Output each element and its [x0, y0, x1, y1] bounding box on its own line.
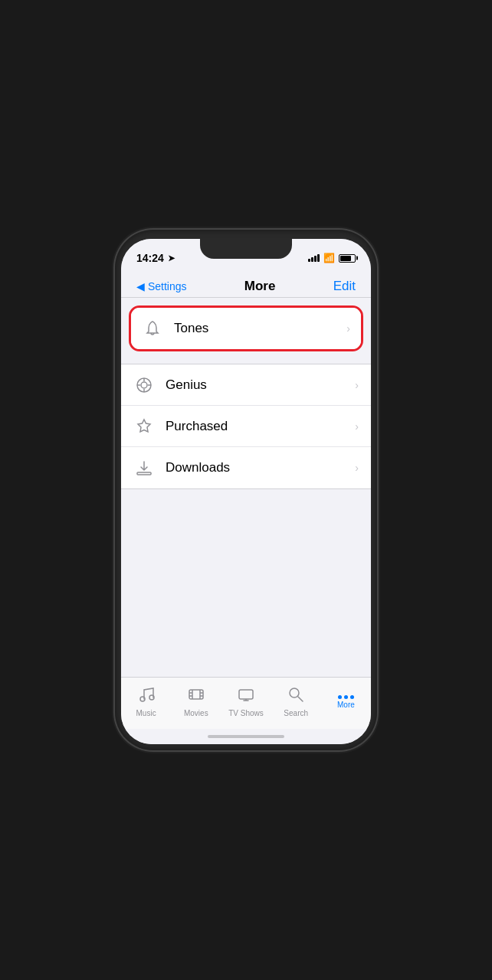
downloads-label: Downloads: [166, 460, 355, 475]
genius-label: Genius: [166, 377, 355, 393]
svg-line-20: [298, 697, 303, 701]
status-bar-left: 14:24 ➤: [136, 252, 175, 264]
more-tab-label: More: [337, 701, 355, 709]
nav-bar: ◀ Settings More Edit: [121, 273, 371, 298]
notch: [200, 239, 292, 259]
back-button[interactable]: ◀ Settings: [136, 280, 186, 292]
phone-frame: 14:24 ➤ 📶 ◀ Settings More Edit: [115, 230, 377, 750]
movies-tab-label: Movies: [184, 709, 208, 717]
chevron-right-icon: ›: [355, 420, 359, 433]
wifi-icon: 📶: [323, 253, 335, 263]
chevron-right-icon: ›: [355, 462, 359, 474]
bell-icon: [142, 318, 163, 339]
downloads-icon: [133, 457, 155, 479]
svg-rect-16: [239, 690, 253, 699]
tones-section: Tones ›: [121, 305, 371, 351]
svg-point-1: [141, 382, 147, 388]
tab-tv-shows[interactable]: TV Shows: [221, 686, 271, 717]
tab-bar: Music Movies: [121, 677, 371, 729]
film-icon: [188, 686, 205, 707]
phone-screen: 14:24 ➤ 📶 ◀ Settings More Edit: [121, 239, 371, 744]
tab-movies[interactable]: Movies: [171, 686, 221, 717]
svg-point-19: [290, 688, 299, 697]
music-tab-label: Music: [136, 709, 156, 717]
search-icon: [287, 686, 304, 707]
tab-search[interactable]: Search: [271, 686, 321, 717]
home-bar: [208, 735, 284, 738]
svg-rect-9: [189, 690, 203, 699]
list-item[interactable]: Downloads ›: [121, 447, 371, 488]
tv-shows-tab-label: TV Shows: [228, 709, 264, 717]
music-icon: [138, 686, 155, 707]
signal-icon: [308, 254, 320, 262]
page-title: More: [244, 279, 276, 294]
time: 14:24: [136, 252, 164, 264]
tones-highlight: Tones ›: [129, 305, 363, 351]
tv-icon: [238, 686, 254, 707]
home-indicator: [121, 729, 371, 744]
edit-button[interactable]: Edit: [333, 279, 356, 294]
list-item[interactable]: Tones ›: [131, 308, 361, 349]
chevron-right-icon: ›: [355, 379, 359, 391]
genius-icon: [133, 374, 155, 396]
more-icon: [338, 695, 354, 699]
tab-music[interactable]: Music: [121, 686, 171, 717]
list-item[interactable]: Purchased ›: [121, 406, 371, 447]
chevron-right-icon: ›: [346, 322, 350, 335]
content: Tones ›: [121, 298, 371, 677]
list-section: Genius › Purchased ›: [121, 364, 371, 489]
location-icon: ➤: [168, 253, 175, 263]
list-item[interactable]: Genius ›: [121, 364, 371, 406]
search-tab-label: Search: [284, 709, 308, 717]
tones-label: Tones: [174, 321, 346, 336]
svg-rect-6: [137, 472, 151, 475]
purchased-label: Purchased: [166, 419, 355, 434]
battery-icon: [339, 254, 356, 263]
status-bar-right: 📶: [308, 253, 356, 263]
purchased-icon: [133, 416, 155, 437]
tab-more[interactable]: More: [321, 695, 371, 709]
